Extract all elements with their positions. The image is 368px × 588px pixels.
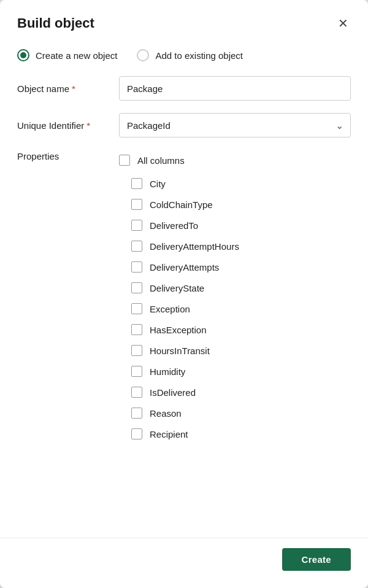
- checkbox-isdelivered[interactable]: IsDelivered: [131, 382, 351, 403]
- checkbox-icon-humidity: [131, 366, 142, 377]
- build-object-dialog: Build object ✕ Create a new object Add t…: [0, 0, 368, 588]
- checkbox-hasexception[interactable]: HasException: [131, 319, 351, 340]
- checkbox-humidity[interactable]: Humidity: [131, 361, 351, 382]
- hoursintransit-label: HoursInTransit: [150, 346, 210, 356]
- radio-create-new-label: Create a new object: [36, 50, 117, 61]
- checkbox-deliveryattempts[interactable]: DeliveryAttempts: [131, 257, 351, 277]
- coldchaintype-label: ColdChainType: [150, 199, 213, 210]
- object-name-row: Object name *: [17, 76, 351, 101]
- checkbox-all-columns[interactable]: All columns: [119, 150, 351, 171]
- deliveredto-label: DeliveredTo: [150, 220, 198, 231]
- exception-label: Exception: [150, 304, 190, 314]
- reason-label: Reason: [150, 408, 182, 419]
- checkbox-icon-all: [119, 155, 130, 166]
- checkbox-icon-deliveryattempts: [131, 261, 142, 273]
- checkbox-reason[interactable]: Reason: [131, 403, 351, 424]
- object-name-input[interactable]: [119, 76, 351, 101]
- checkbox-icon-isdelivered: [131, 387, 142, 398]
- object-name-label: Object name *: [17, 83, 109, 94]
- create-button[interactable]: Create: [282, 548, 351, 571]
- unique-identifier-select-wrapper: PackageId City ColdChainType DeliveredTo…: [119, 113, 351, 137]
- unique-identifier-select[interactable]: PackageId City ColdChainType DeliveredTo: [119, 113, 351, 137]
- properties-list: All columns City ColdChainType Delivered…: [119, 150, 351, 444]
- checkbox-icon-hasexception: [131, 324, 142, 335]
- dialog-footer: Create: [0, 538, 368, 588]
- checkbox-recipient[interactable]: Recipient: [131, 424, 351, 444]
- all-columns-label: All columns: [137, 155, 185, 166]
- required-star-name: *: [72, 83, 75, 94]
- checkbox-icon-hoursintransit: [131, 345, 142, 356]
- required-star-id: *: [86, 120, 90, 131]
- checkbox-icon-deliveredto: [131, 220, 142, 231]
- deliveryattempts-label: DeliveryAttempts: [150, 262, 219, 273]
- radio-group: Create a new object Add to existing obje…: [17, 42, 351, 76]
- indented-list: City ColdChainType DeliveredTo DeliveryA…: [119, 173, 351, 444]
- checkbox-icon-deliveryattempthours: [131, 241, 142, 252]
- radio-create-new[interactable]: Create a new object: [17, 49, 117, 61]
- properties-label: Properties: [17, 150, 109, 444]
- checkbox-deliveryattempthours[interactable]: DeliveryAttemptHours: [131, 236, 351, 257]
- checkbox-icon-recipient: [131, 428, 142, 439]
- checkbox-icon-city: [131, 178, 142, 189]
- radio-circle-create-new: [17, 49, 29, 61]
- checkbox-coldchaintype[interactable]: ColdChainType: [131, 194, 351, 215]
- deliverystate-label: DeliveryState: [150, 283, 204, 293]
- deliveryattempthours-label: DeliveryAttemptHours: [150, 241, 239, 252]
- dialog-body: Create a new object Add to existing obje…: [0, 42, 368, 538]
- checkbox-icon-reason: [131, 408, 142, 419]
- close-button[interactable]: ✕: [335, 15, 351, 32]
- radio-add-existing-label: Add to existing object: [155, 50, 243, 61]
- checkbox-icon-coldchaintype: [131, 199, 142, 210]
- checkbox-deliverystate[interactable]: DeliveryState: [131, 277, 351, 298]
- dialog-title: Build object: [17, 15, 94, 31]
- checkbox-hoursintransit[interactable]: HoursInTransit: [131, 340, 351, 361]
- close-icon: ✕: [338, 17, 348, 29]
- checkbox-deliveredto[interactable]: DeliveredTo: [131, 215, 351, 236]
- radio-circle-add-existing: [137, 49, 149, 61]
- unique-identifier-row: Unique Identifier * PackageId City ColdC…: [17, 113, 351, 137]
- checkbox-exception[interactable]: Exception: [131, 298, 351, 319]
- humidity-label: Humidity: [150, 366, 185, 377]
- radio-add-existing[interactable]: Add to existing object: [137, 49, 243, 61]
- unique-identifier-label: Unique Identifier *: [17, 120, 109, 131]
- city-label: City: [150, 179, 166, 189]
- checkbox-icon-deliverystate: [131, 282, 142, 293]
- properties-section: Properties All columns City ColdChainTyp…: [17, 150, 351, 444]
- checkbox-city[interactable]: City: [131, 173, 351, 194]
- checkbox-icon-exception: [131, 303, 142, 314]
- hasexception-label: HasException: [150, 325, 207, 335]
- dialog-header: Build object ✕: [0, 0, 368, 42]
- recipient-label: Recipient: [150, 429, 188, 439]
- isdelivered-label: IsDelivered: [150, 387, 196, 398]
